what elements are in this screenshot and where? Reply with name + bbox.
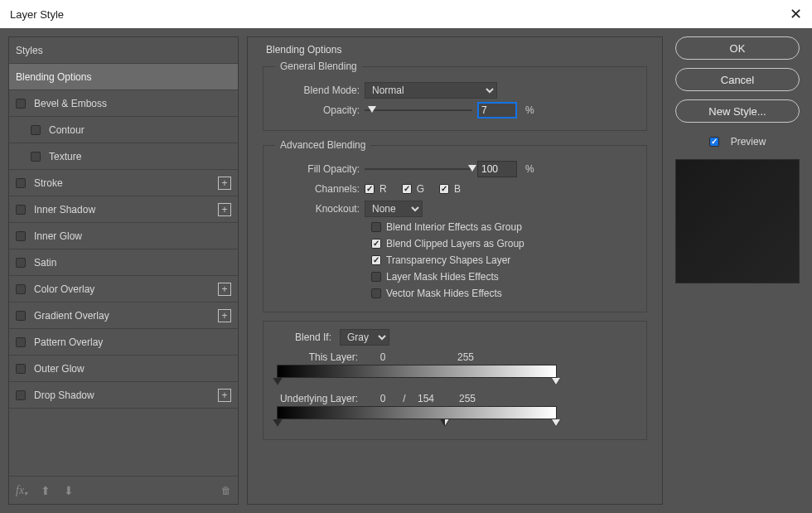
style-label: Pattern Overlay <box>34 336 103 348</box>
fill-opacity-slider[interactable] <box>365 163 472 175</box>
preview-checkbox[interactable] <box>709 137 719 147</box>
style-checkbox[interactable] <box>16 178 26 188</box>
general-blending-group: General Blending Blend Mode: Normal Opac… <box>263 60 647 131</box>
preview-toggle-row: Preview <box>709 136 766 148</box>
fill-opacity-label: Fill Opacity: <box>273 163 365 175</box>
ok-button[interactable]: OK <box>675 36 800 60</box>
style-label: Stroke <box>34 177 63 189</box>
style-label: Contour <box>49 124 85 136</box>
under-mid: 154 <box>409 393 442 404</box>
ck-interior-effects[interactable] <box>371 222 381 232</box>
preview-label: Preview <box>731 136 766 148</box>
knockout-select[interactable]: None <box>365 201 423 217</box>
style-checkbox[interactable] <box>31 152 41 162</box>
channel-b-checkbox[interactable] <box>439 184 449 194</box>
style-satin[interactable]: Satin <box>9 249 238 276</box>
opacity-input[interactable] <box>477 102 517 119</box>
opacity-slider[interactable] <box>365 104 472 116</box>
style-checkbox[interactable] <box>16 337 26 347</box>
move-down-icon[interactable]: ⬇ <box>64 484 74 497</box>
style-label: Outer Glow <box>34 363 85 375</box>
cancel-button[interactable]: Cancel <box>675 68 800 91</box>
channel-g-label: G <box>417 183 424 195</box>
channel-r-checkbox[interactable] <box>365 184 375 194</box>
ck-layer-mask-hides[interactable] <box>371 272 381 282</box>
styles-header: Styles <box>9 37 238 64</box>
blend-if-label: Blend If: <box>273 332 340 343</box>
plus-icon[interactable]: + <box>218 309 231 322</box>
under-sep: / <box>399 393 409 404</box>
channel-g-checkbox[interactable] <box>402 184 412 194</box>
style-checkbox[interactable] <box>16 258 26 268</box>
style-label: Satin <box>34 257 56 269</box>
style-label: Inner Shadow <box>34 204 95 215</box>
trash-icon[interactable]: 🗑 <box>221 485 231 496</box>
general-legend: General Blending <box>275 60 362 72</box>
advanced-legend: Advanced Blending <box>275 139 370 151</box>
new-style-button[interactable]: New Style... <box>675 99 800 123</box>
blend-mode-label: Blend Mode: <box>273 85 365 96</box>
style-checkbox[interactable] <box>31 125 41 135</box>
opacity-unit: % <box>525 104 534 116</box>
right-column: OK Cancel New Style... Preview <box>671 36 804 505</box>
style-contour[interactable]: Contour <box>9 117 238 143</box>
style-blending-options[interactable]: Blending Options <box>9 64 238 90</box>
style-checkbox[interactable] <box>16 205 26 215</box>
style-label: Texture <box>49 151 81 162</box>
this-layer-hi: 255 <box>457 351 474 363</box>
style-label: Inner Glow <box>34 230 82 242</box>
dialog-body: Styles Blending Options Bevel & Emboss C… <box>0 28 812 513</box>
ck-label: Vector Mask Hides Effects <box>386 288 502 299</box>
ck-transparency-shapes[interactable] <box>371 255 381 265</box>
style-pattern-overlay[interactable]: Pattern Overlay <box>9 329 238 356</box>
style-inner-glow[interactable]: Inner Glow <box>9 223 238 249</box>
blend-mode-select[interactable]: Normal <box>365 82 497 99</box>
options-title: Blending Options <box>266 44 647 56</box>
style-checkbox[interactable] <box>16 99 26 109</box>
dialog-title: Layer Style <box>10 8 64 21</box>
ck-label: Layer Mask Hides Effects <box>386 271 499 283</box>
style-label: Drop Shadow <box>34 390 94 401</box>
options-panel: Blending Options General Blending Blend … <box>247 36 663 505</box>
plus-icon[interactable]: + <box>218 177 231 190</box>
advanced-blending-group: Advanced Blending Fill Opacity: % Channe… <box>263 139 647 312</box>
title-bar: Layer Style ✕ <box>0 0 812 28</box>
fill-opacity-input[interactable] <box>477 161 517 177</box>
blend-if-select[interactable]: Gray <box>340 329 389 346</box>
ck-label: Blend Clipped Layers as Group <box>386 238 524 249</box>
style-bevel-emboss[interactable]: Bevel & Emboss <box>9 90 238 117</box>
style-checkbox[interactable] <box>16 390 26 400</box>
style-texture[interactable]: Texture <box>9 143 238 170</box>
style-checkbox[interactable] <box>16 284 26 294</box>
this-layer-label: This Layer: <box>273 351 366 363</box>
styles-footer: fx▾ ⬆ ⬇ 🗑 <box>9 476 238 504</box>
style-drop-shadow[interactable]: Drop Shadow + <box>9 382 238 409</box>
underlying-layer-gradient[interactable] <box>277 406 557 419</box>
style-checkbox[interactable] <box>16 311 26 321</box>
ck-vector-mask-hides[interactable] <box>371 288 381 298</box>
ck-clipped-layers[interactable] <box>371 239 381 249</box>
channels-label: Channels: <box>273 183 365 195</box>
style-color-overlay[interactable]: Color Overlay + <box>9 276 238 302</box>
fx-icon[interactable]: fx▾ <box>16 484 27 497</box>
plus-icon[interactable]: + <box>218 283 231 296</box>
style-gradient-overlay[interactable]: Gradient Overlay + <box>9 302 238 329</box>
style-label: Bevel & Emboss <box>34 98 107 109</box>
plus-icon[interactable]: + <box>218 389 231 402</box>
style-inner-shadow[interactable]: Inner Shadow + <box>9 196 238 223</box>
style-stroke[interactable]: Stroke + <box>9 170 238 196</box>
style-outer-glow[interactable]: Outer Glow <box>9 356 238 382</box>
plus-icon[interactable]: + <box>218 203 231 216</box>
style-label: Blending Options <box>16 71 91 83</box>
opacity-label: Opacity: <box>273 104 365 116</box>
ck-label: Transparency Shapes Layer <box>386 254 510 266</box>
channel-r-label: R <box>379 183 387 195</box>
close-icon[interactable]: ✕ <box>790 7 802 22</box>
style-checkbox[interactable] <box>16 364 26 374</box>
style-label: Color Overlay <box>34 283 94 295</box>
style-label: Gradient Overlay <box>34 310 109 322</box>
channel-b-label: B <box>454 183 461 195</box>
style-checkbox[interactable] <box>16 231 26 241</box>
this-layer-gradient[interactable] <box>277 365 557 378</box>
move-up-icon[interactable]: ⬆ <box>41 484 51 497</box>
